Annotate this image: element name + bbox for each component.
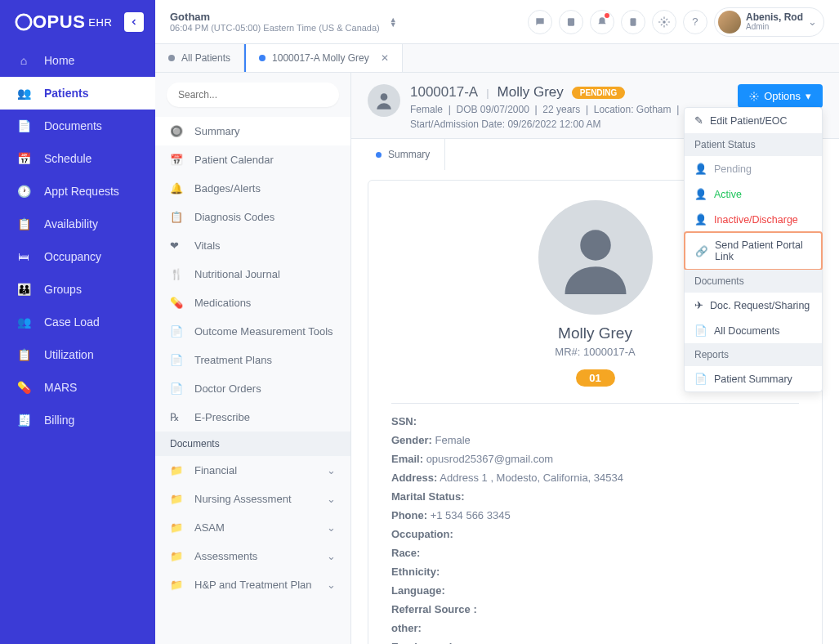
sub-icon: 📄: [170, 325, 185, 338]
nav-icon: 📄: [15, 119, 33, 132]
doc-assessments[interactable]: 📁Assessments⌄: [155, 542, 350, 570]
nav-icon: 👥: [15, 315, 33, 329]
sub-badges-alerts[interactable]: 🔔Badges/Alerts: [155, 174, 350, 203]
sub-patient-calendar[interactable]: 📅Patient Calendar: [155, 145, 350, 174]
nav-icon: 📋: [15, 217, 33, 230]
patient-subnav: 🔘Summary📅Patient Calendar🔔Badges/Alerts📋…: [155, 73, 351, 644]
folder-icon: 📁: [170, 579, 185, 591]
nav-utilization[interactable]: 📋Utilization: [0, 338, 155, 371]
nav-icon: 📋: [15, 348, 33, 361]
dd-pending[interactable]: 👤 Pending: [685, 156, 822, 181]
dd-inactive[interactable]: 👤 Inactive/Discharge: [685, 207, 822, 232]
sub-icon: ❤: [170, 239, 185, 252]
nav-case-load[interactable]: 👥Case Load: [0, 306, 155, 338]
sub-icon: 📄: [170, 354, 185, 366]
options-button[interactable]: Options ▾: [738, 84, 823, 108]
dd-doc-request[interactable]: ✈ Doc. Request/Sharing: [685, 293, 822, 318]
chevron-down-icon: ⌄: [808, 16, 817, 28]
sub-icon: 🍴: [170, 268, 185, 280]
avatar: [718, 11, 741, 34]
topbar: Gotham 06:04 PM (UTC-05:00) Eastern Time…: [155, 0, 839, 44]
nav-home[interactable]: ⌂Home: [0, 44, 155, 77]
location-switch[interactable]: ▲▼: [390, 17, 397, 27]
dd-status-header: Patient Status: [685, 133, 822, 156]
nav-icon: 🕐: [15, 185, 33, 198]
patient-detail: 1000017-A | Molly Grey PENDING Female | …: [351, 73, 839, 644]
dd-all-docs[interactable]: 📄 All Documents: [685, 318, 822, 343]
folder-icon: 📁: [170, 464, 185, 476]
tab-all-patients[interactable]: All Patients: [155, 44, 244, 72]
nav-icon: 🧾: [15, 414, 33, 427]
nav-patients[interactable]: 👥Patients: [0, 77, 155, 110]
user-menu[interactable]: Abenis, Rod Admin ⌄: [714, 7, 824, 37]
sub-icon: ℞: [170, 411, 185, 423]
patient-avatar-large: [538, 200, 653, 315]
svg-point-4: [381, 93, 388, 101]
sub-icon: 🔘: [170, 125, 185, 137]
sub-doctor-orders[interactable]: 📄Doctor Orders: [155, 374, 350, 403]
dd-docs-header: Documents: [685, 270, 822, 293]
nav-icon: 📅: [15, 152, 33, 165]
gear-icon[interactable]: [652, 10, 676, 34]
sub-icon: 📅: [170, 154, 185, 166]
svg-point-0: [16, 15, 31, 29]
dd-active[interactable]: 👤 Active: [685, 181, 822, 207]
doc-asam[interactable]: 📁ASAM⌄: [155, 513, 350, 542]
nav-schedule[interactable]: 📅Schedule: [0, 142, 155, 175]
svg-point-5: [753, 95, 756, 97]
tab-open-patient[interactable]: 1000017-A Molly Grey ✕: [244, 44, 403, 72]
nav-documents[interactable]: 📄Documents: [0, 110, 155, 142]
note-icon[interactable]: [559, 10, 583, 34]
patient-avatar-small: [368, 84, 400, 117]
sidebar: OPUSEHR ⌂Home👥Patients📄Documents📅Schedul…: [0, 0, 155, 644]
nav-appt-requests[interactable]: 🕐Appt Requests: [0, 175, 155, 208]
doc-financial[interactable]: 📁Financial⌄: [155, 456, 350, 485]
location-time: 06:04 PM (UTC-05:00) Eastern Time (US & …: [170, 23, 380, 33]
chevron-down-icon: ⌄: [327, 550, 336, 562]
sub-icon: 🔔: [170, 182, 185, 195]
status-badge: PENDING: [572, 87, 626, 99]
sub-medications[interactable]: 💊Medications: [155, 288, 350, 317]
chevron-down-icon: ⌄: [327, 464, 336, 476]
help-icon[interactable]: ?: [683, 10, 707, 34]
clipboard-icon[interactable]: [621, 10, 645, 34]
svg-point-3: [663, 20, 666, 24]
doc-h-p-and-treatment-plan[interactable]: 📁H&P and Treatment Plan⌄: [155, 570, 350, 599]
nav-groups[interactable]: 👪Groups: [0, 273, 155, 306]
nav-mars[interactable]: 💊MARS: [0, 371, 155, 404]
summary-tab[interactable]: Summary: [361, 139, 445, 170]
documents-header: Documents: [155, 432, 350, 456]
search-input[interactable]: [167, 83, 339, 107]
sub-treatment-plans[interactable]: 📄Treatment Plans: [155, 346, 350, 374]
svg-rect-1: [568, 18, 574, 25]
bell-icon[interactable]: [590, 10, 614, 34]
patient-name: Molly Grey: [498, 84, 564, 101]
nav-occupancy[interactable]: 🛏Occupancy: [0, 240, 155, 273]
dd-reports-header: Reports: [685, 343, 822, 366]
sub-e-prescribe[interactable]: ℞E-Prescribe: [155, 403, 350, 432]
sub-summary[interactable]: 🔘Summary: [155, 117, 350, 145]
sub-nutritional-journal[interactable]: 🍴Nutritional Journal: [155, 260, 350, 288]
folder-icon: 📁: [170, 493, 185, 505]
sub-outcome-measurement-tools[interactable]: 📄Outcome Measurement Tools: [155, 317, 350, 346]
sub-icon: 📄: [170, 382, 185, 395]
chevron-down-icon: ⌄: [327, 579, 336, 591]
doc-nursing-assessment[interactable]: 📁Nursing Assessment⌄: [155, 485, 350, 513]
dd-send-portal-link[interactable]: 🔗 Send Patient Portal Link: [684, 231, 823, 271]
nav-icon: 💊: [15, 381, 33, 394]
logo: OPUSEHR: [15, 11, 112, 33]
dd-patient-summary[interactable]: 📄 Patient Summary: [685, 366, 822, 391]
sub-icon: 💊: [170, 297, 185, 309]
dd-edit-patient[interactable]: ✎ Edit Patient/EOC: [685, 108, 822, 133]
nav-icon: 👪: [15, 283, 33, 296]
sub-icon: 📋: [170, 211, 185, 223]
patient-tabs: All Patients 1000017-A Molly Grey ✕: [155, 44, 839, 73]
close-icon[interactable]: ✕: [381, 52, 389, 64]
collapse-sidebar-button[interactable]: [124, 12, 144, 32]
chat-icon[interactable]: [528, 10, 552, 34]
nav-availability[interactable]: 📋Availability: [0, 208, 155, 240]
sub-diagnosis-codes[interactable]: 📋Diagnosis Codes: [155, 203, 350, 231]
nav-billing[interactable]: 🧾Billing: [0, 404, 155, 436]
nav-icon: ⌂: [15, 54, 33, 67]
sub-vitals[interactable]: ❤Vitals: [155, 231, 350, 260]
